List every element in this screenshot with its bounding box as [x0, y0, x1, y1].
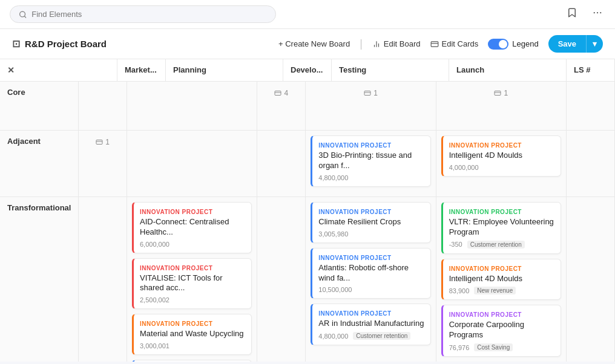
- card-trans-launch-1[interactable]: INNOVATION PROJECT VLTR: Employee Volunt…: [441, 202, 561, 254]
- header-bar: ⊡ R&D Project Board + Create New Board |…: [0, 29, 615, 59]
- svg-line-1: [24, 16, 25, 17]
- cell-trans-ls: [567, 197, 615, 362]
- bookmark-icon: [567, 7, 577, 18]
- search-box[interactable]: [10, 5, 276, 23]
- cell-adjacent-planning: [127, 131, 257, 197]
- search-input[interactable]: [31, 10, 267, 19]
- board-title: ⊡ R&D Project Board: [12, 38, 107, 50]
- badge-core-launch: 1: [441, 86, 561, 100]
- card-trans-launch-3[interactable]: INNOVATION PROJECT Corporate Carpooling …: [441, 305, 561, 357]
- board-container: ✕ Market... Planning Develo... Testing L…: [0, 59, 615, 362]
- card-trans-planning-3[interactable]: INNOVATION PROJECT Material and Waste Up…: [132, 314, 252, 355]
- board-title-icon: ⊡: [12, 38, 20, 50]
- separator-1: |: [360, 37, 363, 50]
- svg-rect-12: [364, 91, 370, 96]
- card-type: INNOVATION PROJECT: [318, 209, 424, 215]
- card-meta: 4,800,000 Customer retention: [318, 332, 424, 340]
- card-badge-icon: [96, 138, 103, 146]
- svg-point-4: [600, 12, 601, 13]
- edit-cards-button[interactable]: Edit Cards: [430, 39, 479, 48]
- cell-core-testing: 1: [306, 82, 436, 130]
- card-value: 4,000,000: [449, 164, 479, 171]
- save-button[interactable]: Save ▾: [548, 35, 603, 53]
- board-grid: ✕ Market... Planning Develo... Testing L…: [0, 59, 615, 362]
- cell-core-marketing: [79, 82, 127, 130]
- card-adjacent-testing-1[interactable]: INNOVATION PROJECT 3D Bio-Printing: tiss…: [311, 135, 430, 187]
- card-type: INNOVATION PROJECT: [318, 142, 424, 149]
- cell-adjacent-development: [257, 131, 306, 197]
- card-tag: New revenue: [474, 287, 516, 294]
- card-value: 2,500,002: [140, 296, 169, 304]
- legend-toggle[interactable]: Legend: [488, 39, 538, 50]
- svg-point-2: [594, 12, 595, 13]
- card-meta: 10,500,000: [318, 286, 424, 293]
- more-button[interactable]: [590, 5, 605, 24]
- card-tag: Cost Saving: [474, 343, 513, 351]
- card-meta: 2,500,002: [140, 296, 245, 304]
- collapse-icon[interactable]: ✕: [7, 65, 15, 75]
- card-title: AR in Industrial Manufacturing: [318, 319, 424, 329]
- create-new-board-label: + Create New Board: [278, 39, 350, 48]
- card-value: 3,000,001: [140, 342, 169, 349]
- card-title: VLTR: Employee Volunteering Program: [449, 217, 554, 238]
- cell-adjacent-ls: [567, 131, 615, 197]
- card-type: INNOVATION PROJECT: [140, 265, 245, 271]
- card-adjacent-launch-1[interactable]: INNOVATION PROJECT Intelligent 4D Moulds…: [441, 135, 561, 177]
- card-trans-testing-1[interactable]: INNOVATION PROJECT Climate Resilient Cro…: [311, 202, 430, 243]
- search-icon: [19, 10, 27, 19]
- cell-core-ls: [567, 82, 615, 130]
- card-badge-icon: [274, 89, 281, 97]
- card-trans-testing-2[interactable]: INNOVATION PROJECT Atlantis: Robotic off…: [311, 248, 430, 299]
- card-type: INNOVATION PROJECT: [318, 255, 424, 261]
- edit-board-label: Edit Board: [384, 39, 421, 48]
- card-badge-icon: [364, 89, 371, 97]
- card-title: Climate Resilient Crops: [318, 217, 424, 227]
- cell-trans-testing: INNOVATION PROJECT Climate Resilient Cro…: [306, 197, 436, 362]
- card-value: 3,005,980: [318, 230, 348, 238]
- badge-adjacent-marketing: 1: [84, 135, 122, 149]
- card-value: 6,000,000: [140, 241, 169, 248]
- save-arrow: ▾: [586, 35, 603, 53]
- top-bar-actions: [564, 5, 605, 24]
- bookmark-button[interactable]: [564, 5, 580, 24]
- svg-rect-8: [431, 41, 438, 46]
- svg-rect-14: [495, 91, 501, 96]
- board-title-text: R&D Project Board: [25, 39, 107, 49]
- cell-adjacent-testing: INNOVATION PROJECT 3D Bio-Printing: tiss…: [306, 131, 436, 197]
- edit-board-button[interactable]: Edit Board: [372, 39, 421, 48]
- col-header-rowlabel: ✕: [0, 59, 117, 81]
- card-meta: 4,800,000: [318, 174, 424, 181]
- card-type: INNOVATION PROJECT: [140, 209, 245, 215]
- row-core: Core 4 1 1: [0, 82, 615, 131]
- card-title: AID-Connect: Centralised Healthc...: [140, 217, 245, 238]
- card-type: INNOVATION PROJECT: [449, 265, 554, 272]
- bar-chart-icon: [372, 40, 381, 48]
- card-meta: -350 Customer retention: [449, 241, 554, 249]
- card-type: INNOVATION PROJECT: [449, 142, 554, 149]
- card-trans-planning-1[interactable]: INNOVATION PROJECT AID-Connect: Centrali…: [132, 202, 252, 253]
- card-value: 10,500,000: [318, 286, 352, 293]
- card-meta: 6,000,000: [140, 241, 245, 248]
- header-actions: + Create New Board | Edit Board Edit Car…: [278, 35, 603, 53]
- create-new-board-button[interactable]: + Create New Board: [278, 39, 350, 48]
- cell-core-development: 4: [257, 82, 306, 130]
- card-title: VITALISE: ICT Tools for shared acc...: [140, 273, 245, 294]
- row-label-core: Core: [0, 82, 79, 130]
- card-trans-planning-4[interactable]: INNOVATION PROJECT AID-Connect: Centrali…: [132, 360, 252, 362]
- card-title: Intelligent 4D Moulds: [449, 274, 554, 284]
- card-value: 4,800,000: [318, 174, 348, 181]
- card-trans-planning-2[interactable]: INNOVATION PROJECT VITALISE: ICT Tools f…: [132, 258, 252, 310]
- badge-core-testing: 1: [311, 86, 430, 100]
- cell-adjacent-launch: INNOVATION PROJECT Intelligent 4D Moulds…: [436, 131, 567, 197]
- card-trans-launch-2[interactable]: INNOVATION PROJECT Intelligent 4D Moulds…: [441, 259, 561, 301]
- col-header-development: Develo...: [283, 59, 332, 81]
- card-trans-testing-3[interactable]: INNOVATION PROJECT AR in Industrial Manu…: [311, 304, 430, 345]
- card-type: INNOVATION PROJECT: [140, 320, 245, 327]
- cell-trans-development: [257, 197, 306, 362]
- card-title: Material and Waste Upcycling: [140, 329, 245, 339]
- legend-switch[interactable]: [488, 39, 508, 50]
- card-badge-icon: [494, 89, 501, 97]
- edit-cards-label: Edit Cards: [442, 39, 479, 48]
- svg-point-3: [597, 12, 598, 13]
- cell-core-planning: [127, 82, 257, 130]
